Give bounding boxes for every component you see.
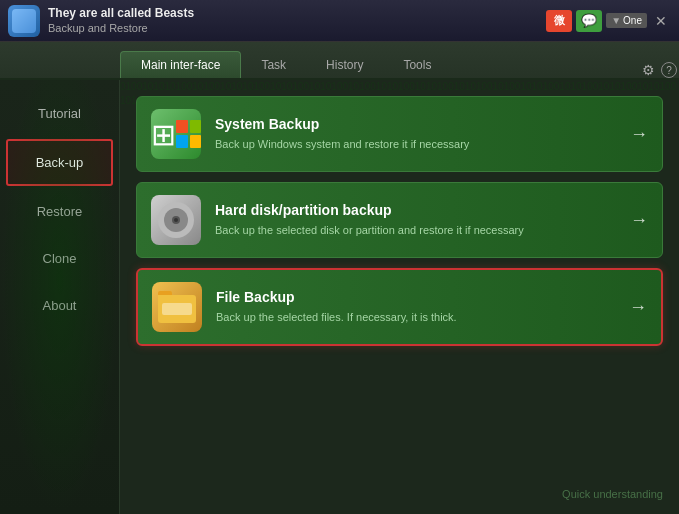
app-subtitle: Backup and Restore	[48, 21, 546, 35]
disk-backup-arrow: →	[630, 210, 648, 231]
file-backup-card[interactable]: File Backup Back up the selected files. …	[136, 268, 663, 346]
file-backup-title: File Backup	[216, 289, 619, 305]
app-icon	[8, 5, 40, 37]
sidebar-item-backup[interactable]: Back-up	[6, 139, 113, 186]
system-backup-text: System Backup Back up Windows system and…	[215, 116, 620, 152]
disk-backup-text: Hard disk/partition backup Back up the s…	[215, 202, 620, 238]
system-backup-card[interactable]: System Backup Back up Windows system and…	[136, 96, 663, 172]
disk-backup-title: Hard disk/partition backup	[215, 202, 620, 218]
tab-history[interactable]: History	[306, 52, 383, 78]
title-bar: They are all called Beasts Backup and Re…	[0, 0, 679, 42]
svg-point-3	[174, 218, 178, 222]
disk-backup-desc: Back up the selected disk or partition a…	[215, 223, 620, 238]
title-bar-actions: 微 💬 ▼ One ✕	[546, 10, 671, 32]
system-backup-icon	[151, 109, 201, 159]
disk-backup-icon	[151, 195, 201, 245]
tab-main-interface[interactable]: Main inter-face	[120, 51, 241, 78]
quick-understanding-text: Quick understanding	[562, 488, 663, 500]
file-backup-arrow: →	[629, 297, 647, 318]
close-button[interactable]: ✕	[651, 11, 671, 31]
main-layout: Tutorial Back-up Restore Clone About	[0, 80, 679, 514]
system-backup-title: System Backup	[215, 116, 620, 132]
sidebar-item-restore[interactable]: Restore	[6, 190, 113, 233]
sidebar-item-tutorial[interactable]: Tutorial	[6, 92, 113, 135]
app-main-title: They are all called Beasts	[48, 6, 546, 22]
user-name: One	[623, 15, 642, 26]
nav-tabs: Main inter-face Task History Tools ⚙ ?	[0, 42, 679, 80]
system-backup-arrow: →	[630, 124, 648, 145]
chat-icon[interactable]: 💬	[576, 10, 602, 32]
backup-cards-list: System Backup Back up Windows system and…	[136, 96, 663, 346]
tab-task[interactable]: Task	[241, 52, 306, 78]
windows-logo	[176, 120, 201, 148]
nav-right-icons: ⚙ ?	[642, 62, 677, 78]
file-backup-desc: Back up the selected files. If necessary…	[216, 310, 619, 325]
sidebar-item-clone[interactable]: Clone	[6, 237, 113, 280]
settings-icon[interactable]: ⚙	[642, 62, 655, 78]
sidebar: Tutorial Back-up Restore Clone About	[0, 80, 120, 514]
content-area: System Backup Back up Windows system and…	[120, 80, 679, 514]
file-backup-text: File Backup Back up the selected files. …	[216, 289, 619, 325]
tab-tools[interactable]: Tools	[383, 52, 451, 78]
folder-icon	[158, 291, 196, 323]
file-backup-icon	[152, 282, 202, 332]
disk-backup-card[interactable]: Hard disk/partition backup Back up the s…	[136, 182, 663, 258]
system-backup-desc: Back up Windows system and restore it if…	[215, 137, 620, 152]
disk-svg	[156, 200, 196, 240]
help-icon[interactable]: ?	[661, 62, 677, 78]
title-text: They are all called Beasts Backup and Re…	[48, 6, 546, 36]
user-badge[interactable]: ▼ One	[606, 13, 647, 28]
weibo-icon[interactable]: 微	[546, 10, 572, 32]
sidebar-item-about[interactable]: About	[6, 284, 113, 327]
